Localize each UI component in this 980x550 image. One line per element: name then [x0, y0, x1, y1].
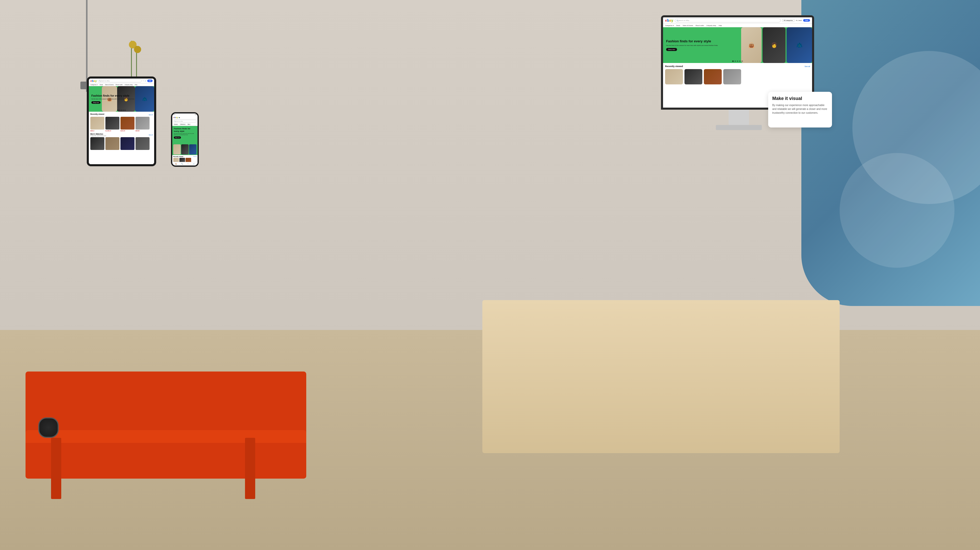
tablet-sell-btn[interactable]: Sell: [147, 79, 153, 82]
tablet-hero-text: Fashion finds for every style Get the be…: [91, 94, 151, 104]
phone-status-bar: 9:16 ●●●: [172, 114, 197, 116]
monitor-nav-help[interactable]: Help: [719, 25, 722, 26]
hero-dot-active[interactable]: [732, 60, 734, 62]
phone-img-2: [181, 144, 189, 155]
tablet-device: ebay 🔍 Search on eBay ♡ 🛒 Sell Categorie…: [87, 76, 158, 168]
monitor-search-bar[interactable]: 🔍 Search on eBay: [675, 18, 781, 22]
tablet-nav-brand[interactable]: Brand outlet: [116, 84, 123, 86]
monitor-nav-brand[interactable]: Brand outlet: [696, 25, 704, 26]
tablet-dot-2[interactable]: [119, 109, 121, 111]
wooden-shelf: [482, 300, 840, 453]
hero-dot-3[interactable]: [737, 60, 738, 62]
tablet-icon-cart[interactable]: 🛒: [145, 80, 146, 82]
make-visual-title: Make it visual: [772, 96, 828, 101]
monitor-items-row: [665, 69, 810, 84]
phone-signal: ●●●: [195, 114, 197, 115]
phone-nav-more[interactable]: More: [187, 124, 191, 125]
phone-shop-now-btn[interactable]: Shop now: [174, 136, 181, 139]
monitor-hero-text: Fashion finds for every style Get the be…: [666, 39, 809, 51]
tablet-nav-unique[interactable]: Uniquely ebay: [124, 84, 133, 86]
tablet-item-1[interactable]: $281.6: [90, 117, 104, 132]
monitor-nav-bar: Categories ▾ Deals Sales & Events Brand …: [663, 24, 812, 27]
monitor-nav-sales[interactable]: Sales & Events: [682, 25, 693, 26]
watch-prop: [38, 417, 59, 438]
monitor-nav-unique[interactable]: Uniquely ebay: [706, 25, 716, 26]
phone-icon-camera[interactable]: 📷: [179, 117, 180, 118]
tablet-see-all[interactable]: See all: [149, 114, 153, 116]
tablet-nav-sales[interactable]: Sales & Events: [105, 84, 114, 86]
tablet-watch-4[interactable]: [135, 137, 150, 150]
tablet-shop-now-btn[interactable]: Shop now: [91, 101, 100, 104]
monitor-item-1[interactable]: [665, 69, 683, 84]
tablet-watch-1[interactable]: [90, 137, 104, 150]
monitor-sell-btn[interactable]: Sell: [803, 19, 810, 22]
phone-search-bar[interactable]: 🔍 Search on eBay: [173, 120, 197, 122]
phone-hero-title: Fashion finds for every style: [174, 127, 196, 132]
tablet-watches-subtitle: Frequently searched by you: [90, 135, 106, 136]
hero-dot-5[interactable]: [741, 60, 743, 62]
tablet-dot-3[interactable]: [121, 109, 122, 111]
mobile-phone: 9:16 ●●● ebay 📷 🔍 Search on eBay Fashion: [171, 112, 200, 168]
tablet-dot-1[interactable]: [118, 109, 119, 111]
hero-dot-4[interactable]: [739, 60, 741, 62]
phone-nav-wishlist[interactable]: ♡: [187, 163, 189, 165]
tablet-icon-wishlist[interactable]: ♡: [143, 80, 144, 82]
phone-nav-collections[interactable]: Collections: [180, 124, 186, 125]
wall-decoration: [801, 0, 980, 306]
phone-nav-cart[interactable]: 🛒: [193, 163, 195, 165]
table-surface: [25, 430, 306, 443]
monitor-see-all-btn[interactable]: See all: [805, 65, 810, 67]
monitor-recently-title: Recently viewed: [665, 65, 683, 68]
tablet-nav-help[interactable]: Help: [135, 84, 137, 86]
phone-nav-home[interactable]: 🏠: [175, 163, 177, 165]
tablet-hero-dots: [118, 109, 126, 111]
monitor-item-4[interactable]: [723, 69, 741, 84]
phone-nav-fashion[interactable]: Fashion: [173, 124, 178, 125]
phone-nav-search[interactable]: 🔍: [181, 163, 183, 165]
monitor-categories-nav[interactable]: Categories ▾: [665, 24, 674, 26]
tablet-hero-title: Fashion finds for every style: [91, 94, 151, 97]
table-leg-left: [51, 438, 61, 499]
phone-category-nav: Fashion Collections More: [172, 123, 197, 126]
monitor-nav-deals[interactable]: Deals: [676, 25, 680, 26]
tablet-hero-banner: Fashion finds for every style Get the be…: [89, 86, 154, 112]
phone-hero-banner: Fashion finds for every style Get the be…: [172, 126, 197, 144]
hero-dot-2[interactable]: [735, 60, 736, 62]
tablet-dot-4[interactable]: [123, 109, 124, 111]
monitor-section-header: Recently viewed See all: [665, 65, 810, 68]
phone-recently-header: Recently viewed See all: [173, 156, 197, 157]
tablet-watches-see-all[interactable]: See all: [149, 134, 153, 136]
tablet-recently-title: Recently viewed: [90, 113, 104, 115]
monitor-item-3[interactable]: [704, 69, 722, 84]
monitor-categories-btn[interactable]: All categories: [782, 19, 794, 22]
monitor-item-2[interactable]: [684, 69, 702, 84]
tablet-ebay-logo: ebay: [90, 79, 97, 82]
tablet-search-bar[interactable]: 🔍 Search on eBay: [98, 79, 142, 82]
phone-hero-subtitle: Get the best of the season for even less…: [174, 133, 196, 135]
tablet-nav-deals[interactable]: Deals: [100, 84, 103, 86]
tablet-item-3[interactable]: $154.04: [121, 117, 135, 132]
tablet-item-2[interactable]: $1,099.24: [105, 117, 119, 132]
phone-recently-title: Recently viewed: [173, 156, 183, 157]
tablet-item-4[interactable]: $39.99: [135, 117, 150, 132]
tablet-dot-5[interactable]: [124, 109, 126, 111]
phone-time: 9:16: [173, 114, 175, 115]
tablet-header: ebay 🔍 Search on eBay ♡ 🛒 Sell: [89, 79, 154, 83]
table-leg-right: [245, 438, 255, 499]
make-visual-description: By making our experience more approachab…: [772, 103, 828, 115]
monitor-shop-now-btn[interactable]: Shop now: [666, 48, 677, 51]
tablet-screen: ebay 🔍 Search on eBay ♡ 🛒 Sell Categorie…: [87, 76, 156, 166]
tablet-nav-categories[interactable]: Categories ▾: [90, 84, 98, 86]
tablet-hero-subtitle: Get the best of the season for even less…: [91, 98, 151, 100]
tablet-watch-2[interactable]: [105, 137, 119, 150]
monitor-foot: [716, 125, 762, 130]
phone-see-all[interactable]: See all: [193, 156, 197, 157]
monitor-base: [729, 109, 749, 125]
tablet-items-row: $281.6 $1,099.24 $154.04 $39.99: [90, 117, 153, 132]
tablet-watches-header: Men's Watches Frequently searched by you…: [90, 133, 153, 136]
phone-ebay-ui: 9:16 ●●● ebay 📷 🔍 Search on eBay Fashion: [172, 114, 197, 165]
monitor-greeting: Hi, Jessl: [796, 20, 802, 21]
phone-search-container: 🔍 Search on eBay: [172, 119, 197, 123]
tablet-watches-title: Men's Watches: [90, 133, 106, 135]
tablet-watch-3[interactable]: [121, 137, 135, 150]
